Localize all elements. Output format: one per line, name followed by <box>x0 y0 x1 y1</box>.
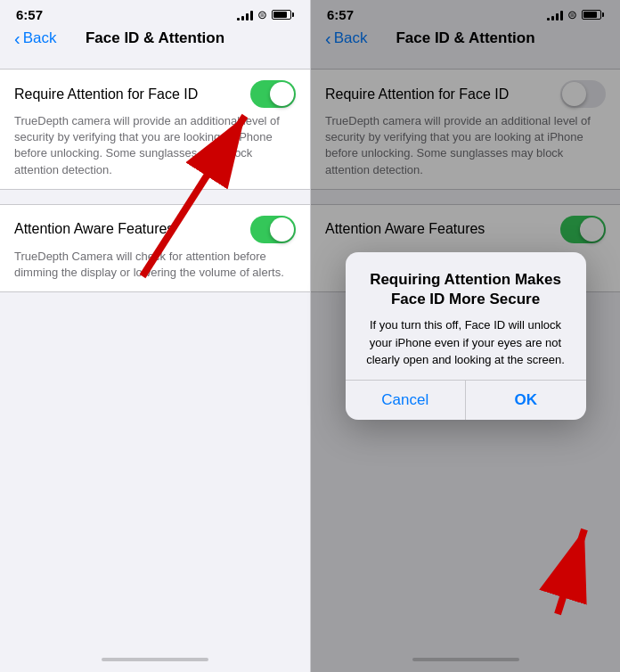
left-home-indicator <box>102 658 208 661</box>
left-attention-aware-desc: TrueDepth Camera will check for attentio… <box>14 249 296 281</box>
left-require-attention-section: Require Attention for Face ID TrueDepth … <box>0 69 310 190</box>
signal-icon <box>237 10 253 20</box>
toggle-knob <box>270 217 294 242</box>
left-attention-aware-label: Attention Aware Features <box>14 221 250 237</box>
left-status-bar: 6:57 ⊜ <box>0 0 310 26</box>
left-require-attention-label: Require Attention for Face ID <box>14 86 250 102</box>
alert-cancel-button[interactable]: Cancel <box>346 381 467 420</box>
left-attention-aware-row: Attention Aware Features <box>14 216 296 243</box>
right-phone-panel: 6:57 ⊜ ‹ Back Face ID & Attention Req <box>310 0 620 672</box>
alert-ok-button[interactable]: OK <box>466 381 586 420</box>
alert-buttons: Cancel OK <box>346 380 586 420</box>
alert-content: Requiring Attention Makes Face ID More S… <box>346 252 586 380</box>
left-back-button[interactable]: ‹ Back <box>14 29 56 47</box>
alert-dialog: Requiring Attention Makes Face ID More S… <box>346 252 586 420</box>
left-require-attention-desc: TrueDepth camera will provide an additio… <box>14 113 296 178</box>
left-content: Require Attention for Face ID TrueDepth … <box>0 54 310 651</box>
left-status-time: 6:57 <box>16 7 43 22</box>
left-require-attention-row: Require Attention for Face ID <box>14 80 296 108</box>
alert-title: Requiring Attention Makes Face ID More S… <box>360 270 572 309</box>
left-status-icons: ⊜ <box>237 8 294 21</box>
left-attention-aware-toggle[interactable] <box>250 216 296 243</box>
chevron-left-icon: ‹ <box>14 29 20 47</box>
wifi-icon: ⊜ <box>257 8 267 21</box>
left-phone-panel: 6:57 ⊜ ‹ Back Face ID & Attention Req <box>0 0 310 672</box>
toggle-knob <box>270 82 294 106</box>
left-require-attention-toggle[interactable] <box>250 80 296 108</box>
alert-message: If you turn this off, Face ID will unloc… <box>360 316 572 369</box>
left-home-bar <box>0 651 310 672</box>
left-attention-aware-section: Attention Aware Features TrueDepth Camer… <box>0 204 310 292</box>
left-nav-title: Face ID & Attention <box>86 29 224 47</box>
left-back-label: Back <box>23 29 57 47</box>
left-nav-bar: ‹ Back Face ID & Attention <box>0 26 310 54</box>
battery-icon <box>272 10 294 20</box>
dialog-overlay: Requiring Attention Makes Face ID More S… <box>311 0 620 672</box>
